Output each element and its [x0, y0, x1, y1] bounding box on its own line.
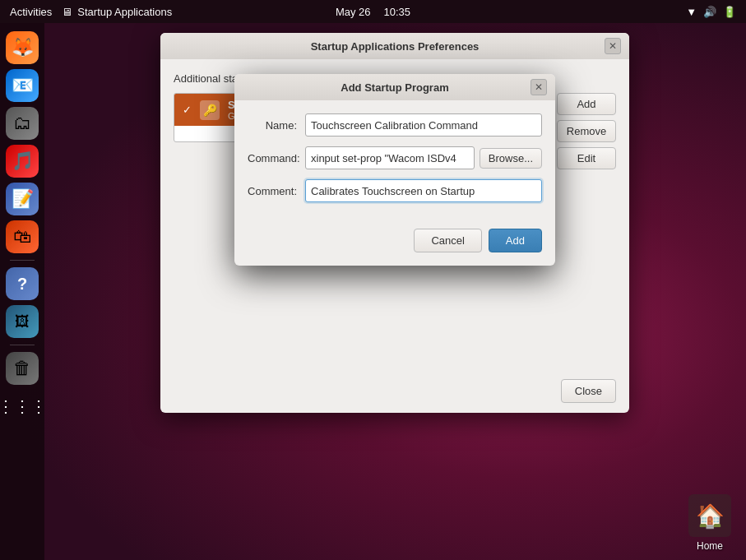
topbar-date: May 26	[336, 6, 371, 18]
name-row: Name:	[248, 113, 542, 137]
add-button[interactable]: Add	[489, 229, 542, 252]
dock-icon-appstore[interactable]: 🛍	[6, 220, 39, 253]
dock-icon-grid[interactable]: ⋮⋮⋮	[6, 390, 39, 423]
comment-row: Comment:	[248, 179, 542, 202]
close-button[interactable]: Close	[561, 379, 616, 403]
command-input[interactable]	[305, 146, 475, 169]
dialog-buttons: Cancel Add	[248, 219, 542, 252]
topbar-datetime: May 26 10:35	[336, 6, 410, 18]
topbar-indicators: ▼ 🔊 🔋	[686, 6, 736, 18]
topbar-app: 🖥 Startup Applications	[62, 6, 172, 18]
dock-icon-writer[interactable]: 📝	[6, 183, 39, 215]
dock-icon-firefox[interactable]: 🦊	[6, 31, 39, 64]
window-title: Startup Applications Preferences	[311, 40, 480, 53]
add-startup-dialog: Add Startup Program ✕ Name: Command: Bro…	[234, 74, 555, 266]
command-label: Command:	[248, 152, 305, 164]
activities-button[interactable]: Activities	[10, 6, 52, 18]
dock-icon-files[interactable]: 🗂	[6, 107, 39, 140]
cancel-button[interactable]: Cancel	[414, 229, 481, 252]
dock-separator-2	[10, 345, 35, 345]
home-icon-label: Home	[697, 540, 723, 552]
window-titlebar: Startup Applications Preferences ✕	[160, 33, 629, 59]
topbar-app-name: Startup Applications	[77, 6, 172, 18]
command-row: Command: Browse...	[248, 146, 542, 169]
dock-icon-trash[interactable]: 🗑	[6, 352, 39, 385]
browse-button[interactable]: Browse...	[480, 148, 542, 169]
edit-program-button[interactable]: Edit	[557, 147, 616, 169]
home-icon-box: 🏠	[688, 494, 731, 537]
topbar-time: 10:35	[384, 6, 411, 18]
name-input[interactable]	[305, 113, 542, 137]
wifi-icon: ▼	[686, 6, 697, 18]
home-desktop-icon[interactable]: 🏠 Home	[682, 494, 738, 552]
startup-item-check: ✓	[183, 104, 192, 116]
dock-icon-screenshot[interactable]: 🖼	[6, 305, 39, 338]
dialog-titlebar: Add Startup Program ✕	[234, 74, 555, 100]
topbar: Activities 🖥 Startup Applications May 26…	[0, 0, 746, 23]
comment-input[interactable]	[305, 179, 542, 202]
dialog-body: Name: Command: Browse... Comment: Cancel…	[234, 100, 555, 266]
add-program-button[interactable]: Add	[557, 93, 616, 115]
name-label: Name:	[248, 119, 305, 132]
battery-icon: 🔋	[723, 6, 736, 18]
startup-action-buttons: Add Remove Edit	[557, 93, 616, 169]
sound-icon: 🔊	[703, 6, 716, 18]
startup-item-icon: 🔑	[200, 100, 220, 120]
dialog-close-button[interactable]: ✕	[531, 79, 547, 95]
dock-icon-help[interactable]: ?	[6, 267, 39, 300]
dialog-title: Add Startup Program	[341, 81, 448, 94]
remove-program-button[interactable]: Remove	[557, 120, 616, 142]
window-close-button[interactable]: ✕	[605, 38, 621, 54]
comment-label: Comment:	[248, 185, 305, 197]
dock-separator	[10, 260, 35, 261]
topbar-app-icon: 🖥	[62, 6, 72, 18]
dock-icon-rhythmbox[interactable]: 🎵	[6, 145, 39, 178]
dock: 🦊 📧 🗂 🎵 📝 🛍 ? 🖼 🗑 ⋮⋮⋮	[0, 23, 44, 560]
dock-icon-thunderbird[interactable]: 📧	[6, 69, 39, 102]
